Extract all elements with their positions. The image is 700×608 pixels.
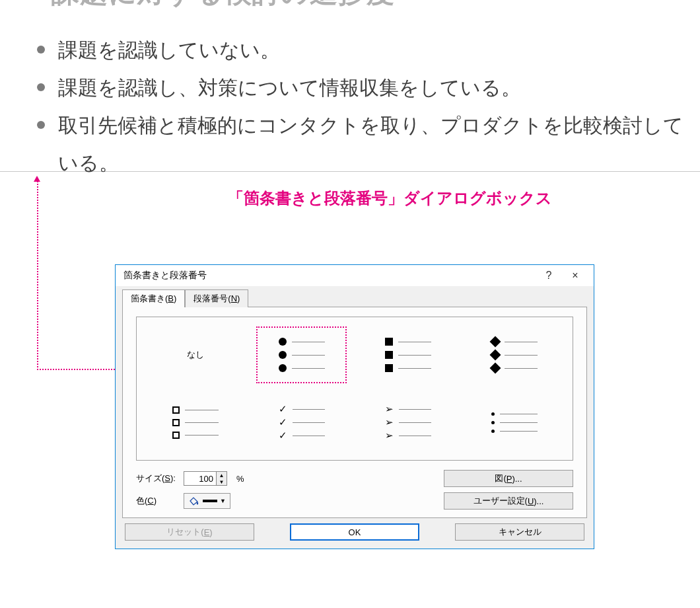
size-input[interactable] (184, 472, 216, 485)
bullet-text: 取引先候補と積極的にコンタクトを取り、プロダクトを比較検討している。 (58, 114, 683, 174)
cancel-label: キャンセル (499, 526, 542, 538)
color-label: 色(C) (136, 495, 178, 507)
filled-diamond-icon (489, 363, 501, 374)
spinner-down[interactable]: ▼ (217, 478, 227, 485)
checkmark-icon: ✓ (279, 405, 287, 413)
tab-label-post: ) (237, 293, 240, 303)
bullet-text: 課題を認識し、対策について情報収集をしている。 (58, 77, 521, 98)
bullet-option-none[interactable]: なし (150, 326, 240, 383)
filled-circle-icon (279, 338, 287, 346)
checkmark-icon: ✓ (279, 432, 287, 439)
tab-label-post: ) (174, 293, 176, 303)
callout-title: 「箇条書きと段落番号」ダイアログボックス (79, 188, 700, 209)
color-picker[interactable]: ▼ (184, 493, 230, 509)
dialog-title: 箇条書きと段落番号 (123, 270, 536, 282)
bullet-option-small-dot[interactable] (469, 394, 559, 451)
paint-bucket-icon (188, 496, 200, 506)
checkmark-icon: ✓ (279, 418, 287, 426)
tab-strip: 箇条書き(B) 段落番号(N) (122, 289, 587, 307)
small-dot-icon (491, 421, 495, 424)
slide-title: 課題に対する検討の進捗度 (52, 0, 700, 11)
bullet-option-filled-circle[interactable] (256, 326, 347, 383)
bullets-numbering-dialog: 箇条書きと段落番号 ? × 箇条書き(B) 段落番号(N) なし (115, 264, 594, 549)
slide-bullet-list: 課題を認識していない。 課題を認識し、対策について情報収集をしている。 取引先候… (37, 31, 700, 182)
ok-label: OK (349, 527, 361, 537)
size-label: サイズ(S): (136, 473, 178, 484)
bullet-gallery: なし (136, 317, 573, 461)
picture-button[interactable]: 図(P)... (444, 470, 573, 487)
hollow-square-icon (172, 419, 180, 426)
filled-diamond-icon (489, 336, 501, 348)
dialog-titlebar: 箇条書きと段落番号 ? × (116, 265, 594, 286)
tab-accel: B (168, 293, 174, 303)
reset-button[interactable]: リセット(E) (125, 523, 254, 541)
color-row: 色(C) ▼ ユーザー設定(U)... (136, 492, 573, 510)
bullet-option-hollow-square[interactable] (150, 394, 240, 451)
small-dot-icon (491, 430, 495, 433)
slide-bullet: 課題を認識していない。 (37, 31, 700, 69)
customize-button[interactable]: ユーザー設定(U)... (444, 492, 573, 510)
slide-bullet: 課題を認識し、対策について情報収集をしている。 (37, 69, 700, 106)
filled-circle-icon (279, 351, 287, 359)
slide-bullet: 取引先候補と積極的にコンタクトを取り、プロダクトを比較検討している。 (37, 106, 700, 182)
dropdown-caret-icon: ▼ (220, 498, 226, 504)
hollow-square-icon (172, 432, 180, 439)
filled-square-icon (385, 338, 393, 346)
tab-numbered[interactable]: 段落番号(N) (185, 289, 248, 307)
color-swatch (203, 500, 217, 502)
filled-square-icon (385, 364, 393, 372)
tab-bulleted[interactable]: 箇条書き(B) (122, 289, 185, 307)
bullet-option-filled-diamond[interactable] (469, 326, 559, 383)
filled-square-icon (385, 351, 393, 359)
arrow-icon: ➢ (385, 432, 394, 439)
dialog-footer: リセット(E) OK キャンセル (122, 518, 587, 542)
filled-diamond-icon (489, 350, 501, 361)
bullet-option-filled-square[interactable] (363, 326, 453, 383)
size-unit: % (236, 474, 244, 484)
size-spinner[interactable]: ▲ ▼ (184, 471, 227, 486)
cancel-button[interactable]: キャンセル (455, 523, 584, 541)
connector-vertical (37, 181, 38, 370)
slide-area: 課題に対する検討の進捗度 課題を認識していない。 課題を認識し、対策について情報… (0, 0, 700, 209)
tab-panel: なし (122, 307, 587, 518)
hollow-square-icon (172, 406, 180, 414)
help-icon: ? (546, 270, 552, 282)
ok-button[interactable]: OK (290, 523, 419, 541)
help-button[interactable]: ? (536, 266, 562, 285)
arrow-icon: ➢ (385, 418, 394, 426)
bullet-option-checkmark[interactable]: ✓ ✓ ✓ (256, 394, 347, 451)
bullet-option-arrow[interactable]: ➢ ➢ ➢ (363, 394, 453, 451)
tab-accel: N (231, 293, 237, 303)
tab-label-pre: 箇条書き( (131, 293, 168, 303)
filled-circle-icon (279, 364, 287, 372)
small-dot-icon (491, 412, 495, 416)
arrow-icon: ➢ (385, 405, 394, 413)
size-row: サイズ(S): ▲ ▼ % 図(P)... (136, 470, 573, 487)
spinner-up[interactable]: ▲ (217, 472, 227, 478)
tab-label-pre: 段落番号( (193, 293, 230, 303)
close-button[interactable]: × (562, 266, 588, 285)
none-label: なし (187, 349, 204, 361)
close-icon: × (572, 270, 578, 282)
bullet-text: 課題を認識していない。 (58, 39, 280, 61)
